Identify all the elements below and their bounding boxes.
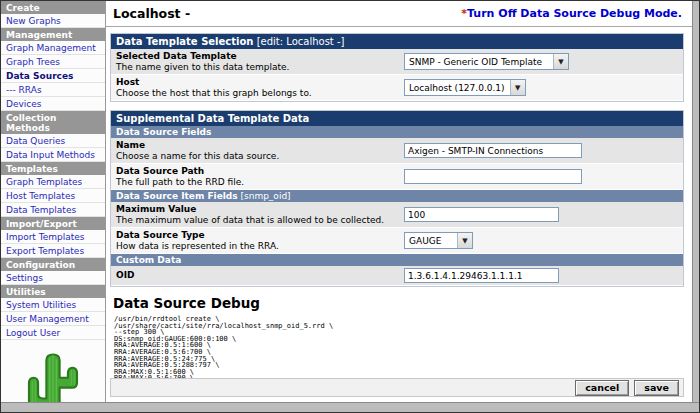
debug-toggle-label: Turn Off Data Source Debug Mode.	[467, 7, 682, 20]
save-button[interactable]: save	[634, 380, 679, 396]
name-input[interactable]	[404, 143, 582, 158]
selected-data-template-desc: The name given to this data template.	[116, 62, 404, 73]
chevron-down-icon: ▼	[457, 233, 472, 248]
sidebar-item-data-input-methods[interactable]: Data Input Methods	[1, 148, 105, 162]
data-source-type-desc: How data is represented in the RRA.	[116, 241, 404, 252]
form-row-data-source-path: Data Source Path The full path to the RR…	[111, 164, 683, 190]
sidebar-header-import-export: Import/Export	[1, 217, 105, 230]
sidebar-item-new-graphs[interactable]: New Graphs	[1, 14, 105, 28]
selected-data-template-select[interactable]: SNMP - Generic OID Template ▼	[404, 53, 569, 70]
main-panel: Localhost - *Turn Off Data Source Debug …	[106, 1, 692, 402]
subsection-header-data-source-fields: Data Source Fields	[111, 126, 683, 138]
host-label: Host	[116, 77, 404, 88]
cacti-app-window: Create New Graphs Management Graph Manag…	[0, 0, 700, 413]
sidebar-item-data-templates[interactable]: Data Templates	[1, 203, 105, 217]
sidebar-item-graph-templates[interactable]: Graph Templates	[1, 175, 105, 189]
form-row-name: Name Choose a name for this data source.	[111, 138, 683, 164]
sidebar-nav: Create New Graphs Management Graph Manag…	[1, 1, 106, 402]
selected-data-template-value: SNMP - Generic OID Template	[405, 54, 553, 69]
section-header-data-template-selection: Data Template Selection [edit: Localhost…	[111, 34, 683, 49]
sidebar-item-export-templates[interactable]: Export Templates	[1, 244, 105, 258]
right-frame-strip	[692, 1, 699, 402]
sidebar-item-host-templates[interactable]: Host Templates	[1, 189, 105, 203]
sidebar-item-data-sources[interactable]: Data Sources	[1, 69, 105, 83]
form-row-selected-data-template: Selected Data Template The name given to…	[111, 49, 683, 75]
sidebar-item-settings[interactable]: Settings	[1, 271, 105, 285]
maximum-value-input[interactable]	[404, 207, 559, 222]
maximum-value-label: Maximum Value	[116, 204, 404, 215]
sidebar-header-collection-methods: Collection Methods	[1, 111, 105, 134]
data-source-type-select[interactable]: GAUGE ▼	[404, 232, 473, 249]
data-source-debug-heading: Data Source Debug	[113, 295, 684, 311]
chevron-down-icon: ▼	[510, 80, 525, 95]
name-desc: Choose a name for this data source.	[116, 151, 404, 162]
subsection-header-custom-data: Custom Data	[111, 254, 683, 266]
data-source-type-value: GAUGE	[405, 233, 457, 248]
host-select[interactable]: Localhost (127.0.0.1) ▼	[404, 79, 526, 96]
data-source-path-label: Data Source Path	[116, 166, 404, 177]
sidebar-item-user-management[interactable]: User Management	[1, 312, 105, 326]
sidebar-header-utilities: Utilities	[1, 285, 105, 298]
host-value: Localhost (127.0.0.1)	[405, 80, 510, 95]
maximum-value-desc: The maximum value of data that is allowe…	[116, 215, 404, 226]
sidebar-header-templates: Templates	[1, 162, 105, 175]
data-source-path-input[interactable]	[404, 169, 582, 184]
subsection-header-data-source-item-fields: Data Source Item Fields [snmp_oid]	[111, 190, 683, 202]
sidebar-item-graph-trees[interactable]: Graph Trees	[1, 55, 105, 69]
sidebar-header-configuration: Configuration	[1, 258, 105, 271]
data-source-path-desc: The full path to the RRD file.	[116, 177, 404, 188]
sidebar-header-create: Create	[1, 1, 105, 14]
data-template-selection-table: Data Template Selection [edit: Localhost…	[110, 33, 684, 102]
sidebar-item-graph-management[interactable]: Graph Management	[1, 41, 105, 55]
form-row-data-source-type: Data Source Type How data is represented…	[111, 228, 683, 254]
sidebar-item-system-utilities[interactable]: System Utilities	[1, 298, 105, 312]
footer-action-bar: cancel save	[110, 378, 684, 397]
title-bar: Localhost - *Turn Off Data Source Debug …	[106, 1, 692, 27]
sidebar-item-import-templates[interactable]: Import Templates	[1, 230, 105, 244]
name-label: Name	[116, 140, 404, 151]
sidebar-header-management: Management	[1, 28, 105, 41]
page-title: Localhost -	[113, 6, 190, 21]
sidebar-item-logout-user[interactable]: Logout User	[1, 326, 105, 340]
data-source-type-label: Data Source Type	[116, 230, 404, 241]
form-row-host: Host Choose the host that this graph bel…	[111, 75, 683, 101]
bottom-frame-strip	[1, 402, 699, 412]
sidebar-item-devices[interactable]: Devices	[1, 97, 105, 111]
selected-data-template-label: Selected Data Template	[116, 51, 404, 62]
supplemental-data-table: Supplemental Data Template Data Data Sou…	[110, 110, 684, 287]
debug-mode-toggle-link[interactable]: *Turn Off Data Source Debug Mode.	[461, 7, 682, 20]
sidebar-item-rras[interactable]: --- RRAs	[1, 83, 105, 97]
oid-input[interactable]	[404, 268, 559, 283]
snmp-oid-suffix: [snmp_oid]	[238, 191, 291, 201]
section-header-supplemental: Supplemental Data Template Data	[111, 111, 683, 126]
cancel-button[interactable]: cancel	[575, 380, 629, 396]
section-header-edit-suffix: [edit: Localhost -]	[253, 36, 344, 47]
form-row-maximum-value: Maximum Value The maximum value of data …	[111, 202, 683, 228]
host-desc: Choose the host that this graph belongs …	[116, 88, 404, 99]
sidebar-item-data-queries[interactable]: Data Queries	[1, 134, 105, 148]
content-area: Data Template Selection [edit: Localhost…	[106, 27, 692, 374]
oid-label: OID	[116, 270, 404, 281]
chevron-down-icon: ▼	[553, 54, 568, 69]
form-row-oid: OID	[111, 266, 683, 286]
